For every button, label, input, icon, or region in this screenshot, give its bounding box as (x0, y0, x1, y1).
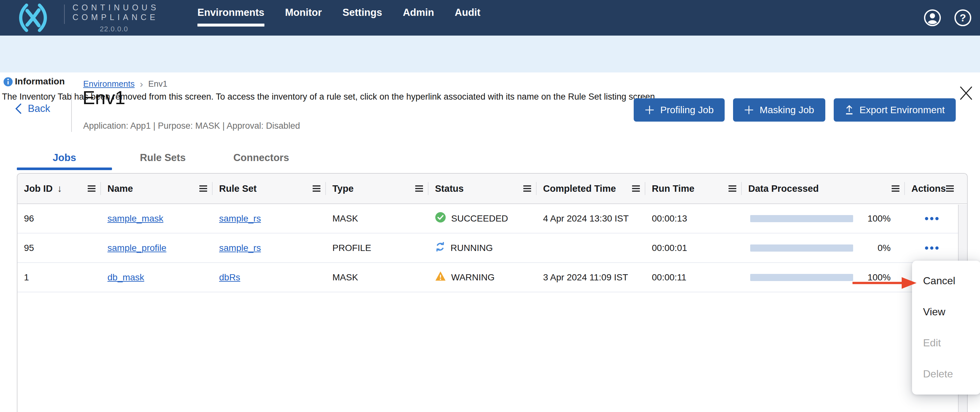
brand-line2: COMPLIANCE (73, 12, 159, 22)
context-menu-item[interactable]: View (912, 296, 980, 327)
cell-completed-time: 3 Apr 2024 11:09 IST (537, 272, 645, 283)
column-menu-icon[interactable] (523, 185, 531, 192)
cell-rule-set: sample_rs (213, 243, 326, 253)
header-actions: Profiling Job Masking Job Export Environ… (634, 98, 956, 122)
column-header[interactable]: Status (428, 174, 537, 203)
status-icon (435, 242, 445, 254)
table-row: 96 sample_mask sample_rs MASK SUCCEEDED … (18, 204, 967, 233)
cell-actions (905, 214, 959, 223)
nav-item[interactable]: Audit (455, 7, 480, 36)
cell-data-processed: 100% (742, 214, 905, 224)
brand-divider (64, 5, 65, 24)
nav-icons: ? (924, 9, 972, 27)
cell-job-id: 96 (18, 214, 101, 224)
back-label: Back (28, 103, 50, 114)
help-icon[interactable]: ? (954, 9, 972, 27)
column-menu-icon[interactable] (415, 185, 423, 192)
column-menu-icon[interactable] (312, 185, 321, 192)
cell-run-time: 00:00:13 (645, 214, 742, 224)
column-header[interactable]: Completed Time (537, 174, 645, 203)
job-name-link[interactable]: sample_profile (107, 243, 166, 253)
column-header[interactable]: Type (326, 174, 428, 203)
table-body: 96 sample_mask sample_rs MASK SUCCEEDED … (18, 204, 967, 292)
column-header[interactable]: Actions (905, 174, 959, 203)
banner-close-icon[interactable] (958, 85, 974, 101)
breadcrumb-current: Env1 (148, 79, 167, 89)
cell-run-time: 00:00:11 (645, 272, 742, 283)
info-icon (3, 77, 13, 87)
progress-percent: 100% (867, 272, 891, 283)
cell-data-processed: 100% (742, 272, 905, 283)
user-account-icon[interactable] (924, 9, 941, 27)
cell-rule-set: dbRs (213, 272, 326, 283)
rule-set-link[interactable]: sample_rs (219, 214, 261, 223)
column-menu-icon[interactable] (88, 185, 96, 192)
table-row: 95 sample_profile sample_rs PROFILE RUNN… (18, 233, 967, 263)
row-actions-menu-icon[interactable] (923, 214, 940, 223)
job-name-link[interactable]: sample_mask (107, 214, 164, 223)
breadcrumb-separator-icon: › (140, 80, 143, 88)
cell-status: RUNNING (428, 242, 537, 254)
nav-item[interactable]: Admin (403, 7, 434, 36)
page-title: Env1 (83, 87, 125, 108)
cell-completed-time: 4 Apr 2024 13:30 IST (537, 214, 645, 224)
column-header[interactable]: Data Processed (742, 174, 905, 203)
nav-item[interactable]: Environments (197, 7, 264, 36)
job-name-link[interactable]: db_mask (107, 272, 144, 282)
back-button[interactable]: Back (15, 103, 50, 114)
top-nav-bar: CONTINUOUS COMPLIANCE 22.0.0.0 Environme… (0, 0, 980, 36)
status-icon (435, 271, 446, 284)
export-environment-button[interactable]: Export Environment (834, 98, 956, 122)
rule-set-link[interactable]: dbRs (219, 272, 240, 282)
status-label: SUCCEEDED (451, 214, 508, 224)
title-divider (71, 93, 72, 132)
masking-job-button[interactable]: Masking Job (733, 98, 825, 122)
context-menu-item[interactable]: Cancel (912, 265, 980, 296)
upload-icon (845, 105, 854, 115)
status-label: WARNING (451, 272, 495, 283)
progress-bar (750, 244, 853, 252)
plus-icon (744, 105, 754, 115)
progress-bar (750, 215, 853, 222)
nav-item[interactable]: Monitor (285, 7, 322, 36)
brand-line1: CONTINUOUS (73, 3, 159, 12)
cell-name: sample_mask (101, 214, 213, 224)
progress-percent: 0% (878, 243, 891, 253)
column-header[interactable]: Job ID ↓ (18, 174, 101, 203)
nav-item[interactable]: Settings (342, 7, 382, 36)
row-actions-context-menu: CancelViewEditDelete (912, 261, 980, 395)
progress-percent: 100% (867, 214, 891, 224)
column-header[interactable]: Run Time (645, 174, 742, 203)
tab[interactable]: Jobs (17, 147, 112, 170)
brand-version: 22.0.0.0 (73, 24, 155, 34)
cell-type: PROFILE (326, 243, 428, 253)
cell-type: MASK (326, 214, 428, 224)
status-icon (435, 212, 446, 225)
progress-bar (750, 274, 853, 281)
cell-run-time: 00:00:01 (645, 243, 742, 253)
profiling-job-button[interactable]: Profiling Job (634, 98, 725, 122)
column-menu-icon[interactable] (632, 185, 640, 192)
primary-nav: EnvironmentsMonitorSettingsAdminAudit (197, 0, 480, 36)
row-actions-menu-icon[interactable] (923, 243, 940, 253)
delphix-logo-icon[interactable] (17, 3, 49, 32)
sort-desc-icon[interactable]: ↓ (57, 183, 62, 194)
cell-name: db_mask (101, 272, 213, 283)
plus-icon (645, 105, 654, 115)
column-menu-icon[interactable] (199, 185, 207, 192)
svg-text:?: ? (959, 12, 966, 24)
column-header[interactable]: Name (101, 174, 213, 203)
rule-set-link[interactable]: sample_rs (219, 243, 261, 253)
tab[interactable]: Connectors (213, 147, 309, 170)
column-header[interactable]: Rule Set (213, 174, 326, 203)
cell-type: MASK (326, 272, 428, 283)
jobs-table: Job ID ↓ Name Rule Set (17, 173, 968, 412)
app-root: CONTINUOUS COMPLIANCE 22.0.0.0 Environme… (0, 0, 980, 412)
cell-data-processed: 0% (742, 243, 905, 253)
column-menu-icon[interactable] (891, 185, 900, 192)
column-menu-icon[interactable] (946, 185, 954, 192)
tab[interactable]: Rule Sets (115, 147, 210, 170)
column-menu-icon[interactable] (728, 185, 737, 192)
cell-actions (905, 243, 959, 253)
cell-status: WARNING (428, 271, 537, 284)
